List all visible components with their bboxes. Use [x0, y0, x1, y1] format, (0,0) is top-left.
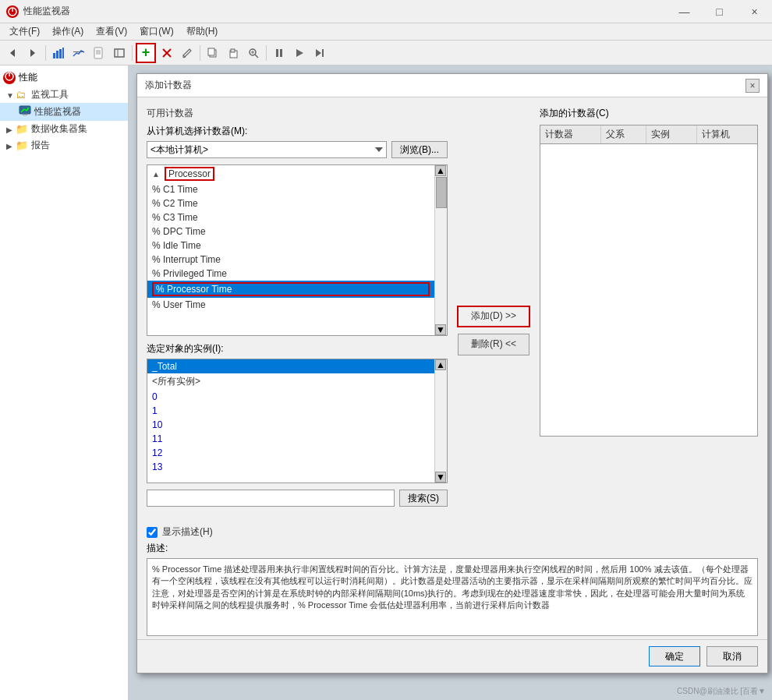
sidebar-item-report[interactable]: ▶ 📁 报告 — [0, 137, 128, 154]
sidebar-item-perf-monitor[interactable]: 性能监视器 — [0, 103, 128, 121]
sidebar-monitoring-label: 监视工具 — [31, 88, 69, 101]
show-description-section: 显示描述(H) 描述: % Processor Time 描述处理器用来执行非闲… — [137, 516, 767, 639]
toolbar-paste[interactable] — [224, 44, 243, 62]
toolbar-report[interactable] — [90, 44, 108, 62]
instance-all[interactable]: <所有实例> — [147, 373, 434, 390]
computer-select[interactable]: <本地计算机> — [147, 141, 387, 158]
left-panel: 可用计数器 从计算机选择计数器(M): <本地计算机> 浏览(B)... — [147, 107, 448, 507]
menu-view[interactable]: 查看(V) — [90, 23, 133, 40]
toolbar-play[interactable] — [290, 44, 309, 62]
toolbar-copy[interactable] — [204, 44, 222, 62]
toolbar-add-counter[interactable]: + — [136, 43, 156, 63]
counter-c2-time[interactable]: % C2 Time — [147, 196, 434, 210]
tree-toggle-monitoring[interactable]: ▼ — [6, 91, 14, 99]
counter-user-time[interactable]: % User Time — [147, 298, 434, 312]
svg-rect-31 — [322, 49, 324, 57]
collector-icon: 📁 — [16, 123, 28, 135]
toolbar-separator-2 — [132, 45, 133, 61]
scroll-down-btn[interactable]: ▼ — [435, 324, 446, 335]
sidebar-item-data-collector[interactable]: ▶ 📁 数据收集器集 — [0, 121, 128, 137]
counter-c3-time[interactable]: % C3 Time — [147, 210, 434, 224]
svg-rect-7 — [62, 48, 64, 58]
menu-action[interactable]: 操作(A) — [46, 23, 90, 40]
processor-collapse-icon[interactable]: ▲ — [152, 170, 160, 179]
svg-rect-9 — [94, 48, 102, 58]
search-button[interactable]: 搜索(S) — [399, 490, 448, 507]
toolbar-something[interactable] — [110, 44, 129, 62]
add-button[interactable]: 添加(D) >> — [457, 306, 530, 327]
counter-list: ▲ Processor % C1 Time % C2 Time % C3 Tim… — [147, 165, 447, 335]
toolbar-forward[interactable] — [23, 44, 42, 62]
sidebar-item-monitoring-tools[interactable]: ▼ 🗂 监视工具 — [0, 87, 128, 103]
svg-rect-35 — [23, 114, 27, 115]
close-button[interactable]: × — [737, 0, 772, 23]
browse-button[interactable]: 浏览(B)... — [391, 141, 448, 158]
counter-processor-time[interactable]: % Processor Time — [147, 281, 434, 298]
instance-scrollbar[interactable]: ▲ ▼ — [434, 359, 447, 483]
menu-window[interactable]: 窗口(W) — [133, 23, 179, 40]
ok-button[interactable]: 确定 — [649, 646, 700, 666]
toolbar-back[interactable] — [3, 44, 22, 62]
instance-list: _Total <所有实例> 0 1 10 11 12 13 — [147, 359, 447, 483]
tree-toggle-report[interactable]: ▶ — [6, 142, 14, 150]
scroll-thumb[interactable] — [436, 177, 447, 208]
sidebar-collector-label: 数据收集器集 — [31, 122, 87, 136]
instance-10[interactable]: 10 — [147, 418, 434, 432]
watermark: CSDN@刷油漆比 [百看▼ — [677, 686, 766, 697]
instance-scroll-up[interactable]: ▲ — [435, 359, 446, 370]
instance-0[interactable]: 0 — [147, 390, 434, 404]
counter-privileged-time[interactable]: % Privileged Time — [147, 267, 434, 281]
maximize-button[interactable]: □ — [702, 0, 737, 23]
svg-rect-22 — [231, 49, 235, 52]
toolbar: + — [0, 41, 772, 65]
col-counter: 计数器 — [540, 126, 601, 143]
counter-dpc-time[interactable]: % DPC Time — [147, 224, 434, 239]
toolbar-delete[interactable] — [158, 44, 176, 62]
toolbar-histogram[interactable] — [69, 44, 88, 62]
instance-1[interactable]: 1 — [147, 404, 434, 418]
instance-list-wrapper: _Total <所有实例> 0 1 10 11 12 13 ▲ — [147, 359, 447, 483]
sidebar-root[interactable]: 性能 — [0, 69, 128, 87]
instance-total[interactable]: _Total — [147, 359, 434, 373]
report-icon: 📁 — [16, 140, 28, 151]
svg-marker-3 — [30, 49, 35, 57]
svg-marker-2 — [10, 49, 15, 57]
svg-rect-27 — [276, 49, 278, 57]
dialog-close-button[interactable]: × — [745, 79, 760, 93]
available-counters-label: 可用计数器 — [147, 107, 448, 120]
search-row: 搜索(S) — [147, 490, 448, 507]
counter-scrollbar[interactable]: ▲ ▼ — [434, 165, 447, 335]
toolbar-edit[interactable] — [178, 44, 197, 62]
svg-line-24 — [255, 55, 258, 58]
instance-11[interactable]: 11 — [147, 432, 434, 446]
svg-rect-13 — [115, 49, 124, 57]
show-desc-checkbox[interactable] — [147, 527, 158, 538]
toolbar-zoom[interactable] — [244, 44, 263, 62]
cancel-button[interactable]: 取消 — [706, 646, 758, 666]
instance-scroll-down[interactable]: ▼ — [435, 472, 446, 483]
menu-bar: 文件(F) 操作(A) 查看(V) 窗口(W) 帮助(H) — [0, 23, 772, 41]
counter-c1-time[interactable]: % C1 Time — [147, 182, 434, 196]
processor-label: Processor — [165, 167, 214, 181]
instance-list-container: _Total <所有实例> 0 1 10 11 12 13 ▲ — [147, 359, 448, 483]
col-instance: 实例 — [646, 126, 697, 143]
toolbar-pause[interactable] — [270, 44, 289, 62]
tree-toggle-collector[interactable]: ▶ — [6, 126, 14, 133]
instance-13[interactable]: 13 — [147, 460, 434, 474]
scroll-up-btn[interactable]: ▲ — [435, 165, 446, 176]
minimize-button[interactable]: — — [667, 0, 702, 23]
svg-rect-20 — [208, 48, 214, 55]
counter-idle-time[interactable]: % Idle Time — [147, 239, 434, 253]
menu-file[interactable]: 文件(F) — [3, 23, 46, 40]
sidebar: 性能 ▼ 🗂 监视工具 性能监视器 ▶ 📁 数据收集器集 ▶ 📁 报告 — [0, 65, 129, 700]
menu-help[interactable]: 帮助(H) — [180, 23, 225, 40]
toolbar-chart[interactable] — [49, 44, 68, 62]
added-counters-label: 添加的计数器(C) — [540, 107, 758, 120]
toolbar-skip[interactable] — [310, 44, 329, 62]
counter-list-item-processor[interactable]: ▲ Processor — [147, 165, 434, 182]
counter-interrupt-time[interactable]: % Interrupt Time — [147, 253, 434, 267]
instance-12[interactable]: 12 — [147, 446, 434, 460]
search-input[interactable] — [147, 490, 395, 507]
remove-button[interactable]: 删除(R) << — [458, 334, 529, 355]
svg-rect-4 — [53, 53, 55, 58]
